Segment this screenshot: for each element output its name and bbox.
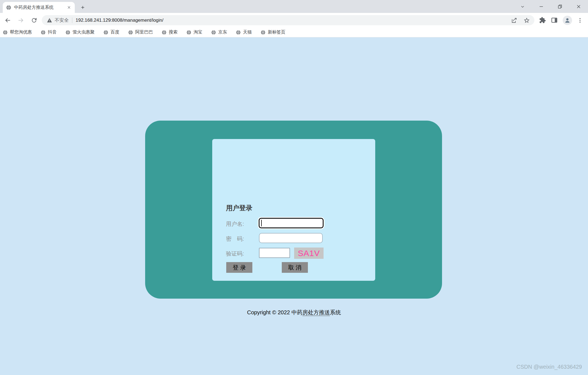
tab-title: 中药房处方推送系统 (14, 5, 66, 10)
tab-search-chevron-down-icon[interactable] (513, 0, 532, 13)
window-controls (513, 0, 588, 13)
password-label: 密 码: (226, 235, 244, 243)
reload-icon[interactable] (30, 16, 38, 24)
globe-icon (211, 30, 216, 35)
username-field[interactable] (259, 218, 324, 228)
globe-icon (162, 30, 167, 35)
bookmark-label: 阿里巴巴 (135, 29, 153, 35)
bookmark-label: 搜索 (169, 29, 178, 35)
bookmark-item[interactable]: 淘宝 (186, 29, 202, 35)
bookmark-label: 百度 (111, 29, 119, 35)
back-icon[interactable] (4, 16, 12, 24)
minimize-icon[interactable] (532, 0, 551, 13)
bookmark-label: 帮您淘优惠 (10, 29, 32, 35)
username-label: 用户名: (226, 220, 244, 228)
bookmark-label: 淘宝 (194, 29, 202, 35)
extensions-puzzle-icon[interactable] (539, 17, 546, 24)
globe-icon (236, 30, 241, 35)
login-button[interactable]: 登 录 (226, 262, 252, 273)
globe-icon (261, 30, 266, 35)
bookmark-item[interactable]: 帮您淘优惠 (3, 29, 32, 35)
bookmark-star-icon[interactable] (523, 17, 530, 24)
copyright-suffix: 系统 (330, 309, 341, 315)
page-content: 用户登录 用户名: 密 码: 验证码: SA1V 登 录 取 消 Copyrig… (0, 37, 588, 375)
profile-avatar-icon[interactable] (563, 16, 572, 25)
copyright-text: Copyright © 2022 中药房处方推送系统 (0, 309, 588, 316)
bookmark-item[interactable]: 京东 (211, 29, 227, 35)
globe-icon (3, 30, 8, 35)
omnibox-separator (72, 18, 72, 23)
globe-icon (41, 30, 46, 35)
globe-icon (65, 30, 70, 35)
browser-tab[interactable]: 中药房处方推送系统 (3, 2, 75, 13)
captcha-label: 验证码: (226, 250, 244, 257)
bookmark-item[interactable]: 阿里巴巴 (128, 29, 153, 35)
share-icon[interactable] (511, 17, 517, 24)
globe-icon (186, 30, 191, 35)
copyright-underlined: 房处方推送 (302, 309, 330, 316)
captcha-field[interactable] (259, 248, 290, 258)
close-icon[interactable] (569, 0, 588, 13)
bookmark-item[interactable]: 新标签页 (261, 29, 285, 35)
password-field[interactable] (259, 233, 323, 243)
captcha-image[interactable]: SA1V (294, 248, 324, 259)
address-bar[interactable]: 不安全 192.168.241.129:8008/management/logi… (42, 15, 534, 25)
bookmark-label: 抖音 (48, 29, 57, 35)
bookmark-label: 新标签页 (268, 29, 285, 35)
csdn-watermark: CSDN @weixin_46336429 (517, 364, 582, 370)
restore-icon[interactable] (551, 0, 569, 13)
bookmarks-bar: 帮您淘优惠 抖音 萤火虫惠聚 百度 阿里巴巴 搜索 淘宝 京东 天猫 新标签页 (0, 27, 588, 37)
bookmark-item[interactable]: 天猫 (236, 29, 252, 35)
tab-close-icon[interactable] (66, 4, 72, 10)
bookmark-item[interactable]: 萤火虫惠聚 (65, 29, 95, 35)
forward-icon[interactable] (17, 16, 25, 24)
side-panel-icon[interactable] (551, 17, 558, 24)
cancel-button[interactable]: 取 消 (282, 262, 308, 273)
bookmark-item[interactable]: 搜索 (162, 29, 178, 35)
captcha-code: SA1V (298, 249, 320, 258)
bookmark-label: 天猫 (243, 29, 252, 35)
globe-icon (6, 5, 11, 10)
globe-icon (128, 30, 133, 35)
bookmark-item[interactable]: 抖音 (41, 29, 57, 35)
kebab-menu-icon[interactable] (577, 17, 583, 23)
security-label[interactable]: 不安全 (55, 17, 69, 23)
warning-triangle-icon[interactable] (47, 18, 52, 23)
browser-toolbar: 不安全 192.168.241.129:8008/management/logi… (0, 13, 588, 27)
login-heading: 用户登录 (226, 204, 252, 212)
tab-strip: 中药房处方推送系统 (0, 0, 588, 13)
bookmark-label: 萤火虫惠聚 (73, 29, 95, 35)
url-text[interactable]: 192.168.241.129:8008/management/login/ (76, 18, 163, 23)
copyright-prefix: Copyright © 2022 中药 (247, 309, 303, 315)
bookmark-item[interactable]: 百度 (103, 29, 119, 35)
globe-icon (103, 30, 108, 35)
text-caret (261, 220, 262, 226)
new-tab-button[interactable] (79, 3, 87, 12)
bookmark-label: 京东 (218, 29, 227, 35)
